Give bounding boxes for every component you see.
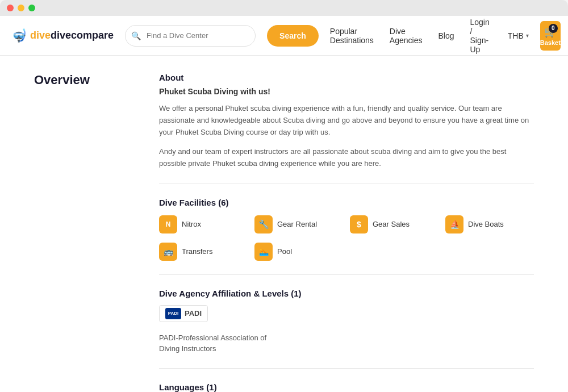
facility-pool: 🏊 Pool bbox=[254, 243, 343, 261]
nav-popular-destinations[interactable]: Popular Destinations bbox=[330, 27, 374, 45]
nitrox-label: Nitrox bbox=[182, 220, 201, 228]
about-subtitle: Phuket Scuba Diving with us! bbox=[159, 87, 534, 96]
padi-logo-icon: PADI bbox=[165, 308, 181, 319]
navbar: 🤿 divedivecompare 🔍 Search Popular Desti… bbox=[0, 16, 568, 56]
affiliation-heading: Dive Agency Affiliation & Levels (1) bbox=[159, 289, 534, 298]
nitrox-icon: N bbox=[159, 215, 177, 233]
padi-badge-label: PADI bbox=[185, 309, 202, 318]
facility-dive-boats: ⛵ Dive Boats bbox=[445, 215, 534, 233]
search-input[interactable] bbox=[147, 31, 255, 40]
sidebar: Overview bbox=[34, 73, 148, 392]
nav-blog[interactable]: Blog bbox=[438, 31, 454, 40]
divider-1 bbox=[159, 184, 534, 184]
search-button[interactable]: Search bbox=[267, 25, 319, 47]
about-paragraph-2: Andy and our team of expert instructors … bbox=[159, 146, 534, 170]
languages-heading: Languages (1) bbox=[159, 382, 534, 392]
window-chrome bbox=[0, 0, 568, 16]
gear-sales-label: Gear Sales bbox=[373, 220, 410, 228]
logo-icon: 🤿 bbox=[11, 28, 27, 43]
gear-rental-icon: 🔧 bbox=[254, 215, 273, 233]
basket-count: 0 bbox=[549, 24, 558, 33]
basket-label: Basket bbox=[540, 39, 561, 46]
affiliation-section: Dive Agency Affiliation & Levels (1) PAD… bbox=[159, 289, 534, 355]
close-dot[interactable] bbox=[7, 5, 14, 11]
pool-icon: 🏊 bbox=[254, 243, 273, 261]
gear-rental-label: Gear Rental bbox=[277, 220, 317, 228]
languages-section: Languages (1) English bbox=[159, 382, 534, 392]
about-paragraph-1: We offer a personal Phuket scuba diving … bbox=[159, 103, 534, 138]
dive-boats-icon: ⛵ bbox=[445, 215, 463, 233]
about-section: About Phuket Scuba Diving with us! We of… bbox=[159, 73, 534, 170]
facility-nitrox: N Nitrox bbox=[159, 215, 248, 233]
facilities-grid: N Nitrox 🔧 Gear Rental $ Gear Sales bbox=[159, 215, 534, 261]
sidebar-title: Overview bbox=[34, 73, 148, 87]
transfers-icon: 🚌 bbox=[159, 243, 177, 261]
basket-button[interactable]: 0 🛒 Basket bbox=[540, 21, 561, 51]
nav-links: Popular Destinations Dive Agencies Blog … bbox=[330, 18, 490, 54]
about-heading: About bbox=[159, 73, 534, 82]
chevron-down-icon: ▾ bbox=[526, 32, 529, 39]
search-bar: 🔍 bbox=[125, 25, 256, 47]
logo[interactable]: 🤿 divedivecompare bbox=[11, 28, 114, 43]
currency-label: THB bbox=[508, 31, 524, 40]
pool-label: Pool bbox=[277, 247, 292, 256]
main-content: About Phuket Scuba Diving with us! We of… bbox=[148, 73, 534, 392]
agency-description: PADI-Professional Association of Diving … bbox=[159, 332, 534, 355]
dive-boats-label: Dive Boats bbox=[468, 220, 504, 228]
transfers-label: Transfers bbox=[182, 247, 212, 256]
nav-dive-agencies[interactable]: Dive Agencies bbox=[390, 27, 423, 45]
search-icon: 🔍 bbox=[126, 31, 147, 40]
nav-login-signup[interactable]: Login / Sign-Up bbox=[470, 18, 489, 54]
facilities-heading: Dive Facilities (6) bbox=[159, 198, 534, 207]
app: 🤿 divedivecompare 🔍 Search Popular Desti… bbox=[0, 16, 568, 392]
maximize-dot[interactable] bbox=[28, 5, 35, 11]
facility-gear-rental: 🔧 Gear Rental bbox=[254, 215, 343, 233]
divider-2 bbox=[159, 274, 534, 275]
padi-badge: PADI PADI bbox=[159, 305, 208, 322]
page-content: Overview About Phuket Scuba Diving with … bbox=[0, 56, 568, 392]
facility-transfers: 🚌 Transfers bbox=[159, 243, 248, 261]
minimize-dot[interactable] bbox=[18, 5, 24, 11]
gear-sales-icon: $ bbox=[350, 215, 368, 233]
facility-gear-sales: $ Gear Sales bbox=[350, 215, 438, 233]
currency-selector[interactable]: THB ▾ bbox=[508, 31, 529, 40]
divider-3 bbox=[159, 368, 534, 369]
facilities-section: Dive Facilities (6) N Nitrox 🔧 Gear Rent… bbox=[159, 198, 534, 261]
logo-text: divedivecompare bbox=[30, 30, 114, 41]
